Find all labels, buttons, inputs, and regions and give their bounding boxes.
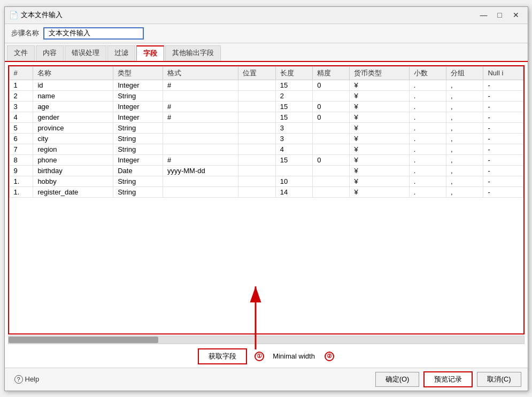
table-row[interactable]: 2nameString2¥.,- [9, 90, 523, 101]
table-row[interactable]: 3ageInteger#150¥.,- [9, 101, 523, 112]
table-cell: register_date [33, 186, 113, 197]
table-row[interactable]: 7regionString4¥.,- [9, 144, 523, 154]
table-cell: - [483, 154, 523, 165]
table-cell: gender [33, 112, 113, 122]
table-cell: , [446, 80, 483, 90]
minimal-width-link[interactable]: Minimal width [271, 351, 317, 361]
preview-button[interactable]: 预览记录 [423, 371, 473, 387]
table-row[interactable]: 4genderInteger#150¥.,- [9, 112, 523, 122]
table-cell: String [113, 186, 163, 197]
table-cell: . [409, 112, 446, 122]
table-cell [163, 144, 238, 154]
table-cell: city [33, 133, 113, 144]
action-row: 获取字段 ① Minimal width ② [5, 345, 528, 368]
table-cell: , [446, 112, 483, 122]
action-row-wrapper: 获取字段 ① Minimal width ② [5, 345, 528, 368]
table-cell: . [409, 133, 446, 144]
step-name-input[interactable] [43, 27, 144, 40]
table-cell [313, 122, 350, 133]
table-cell: . [409, 144, 446, 154]
tab-other[interactable]: 其他输出字段 [165, 45, 221, 61]
table-cell: 15 [275, 112, 312, 122]
table-cell: . [409, 186, 446, 197]
table-cell: 15 [275, 154, 312, 165]
table-cell: birthday [33, 165, 113, 176]
table-cell: 1. [9, 186, 33, 197]
tab-file[interactable]: 文件 [7, 45, 35, 61]
table-cell: String [113, 90, 163, 101]
table-row[interactable]: 6cityString3¥.,- [9, 133, 523, 144]
table-row[interactable]: 1.hobbyString10¥.,- [9, 176, 523, 186]
table-cell: , [446, 122, 483, 133]
table-cell: 0 [313, 154, 350, 165]
table-row[interactable]: 5provinceString3¥.,- [9, 122, 523, 133]
confirm-button[interactable]: 确定(O) [375, 372, 420, 387]
table-cell: String [113, 133, 163, 144]
table-cell: . [409, 90, 446, 101]
table-cell: String [113, 144, 163, 154]
table-cell: . [409, 122, 446, 133]
table-cell: , [446, 186, 483, 197]
table-cell: . [409, 80, 446, 90]
table-row[interactable]: 1idInteger#150¥.,- [9, 80, 523, 90]
table-cell: hobby [33, 176, 113, 186]
table-cell: - [483, 186, 523, 197]
maximize-button[interactable]: □ [492, 9, 507, 21]
cancel-button[interactable]: 取消(C) [477, 372, 521, 387]
table-cell: 0 [313, 80, 350, 90]
table-cell [163, 133, 238, 144]
tab-fields[interactable]: 字段 [136, 45, 164, 61]
table-cell: phone [33, 154, 113, 165]
table-cell: # [163, 101, 238, 112]
tab-filter[interactable]: 过滤 [107, 45, 135, 61]
table-cell: - [483, 165, 523, 176]
fields-table-container[interactable]: # 名称 类型 格式 位置 长度 精度 货币类型 小数 分组 Null i 1i… [8, 65, 525, 334]
table-cell: province [33, 122, 113, 133]
table-cell: , [446, 176, 483, 186]
tab-error[interactable]: 错误处理 [65, 45, 106, 61]
table-cell: ¥ [350, 122, 409, 133]
scrollbar-thumb[interactable] [9, 337, 158, 343]
tab-bar: 文件 内容 错误处理 过滤 字段 其他输出字段 [5, 43, 528, 62]
col-header-decimal: 小数 [409, 66, 446, 80]
table-cell: 2 [9, 90, 33, 101]
table-cell: 3 [275, 133, 312, 144]
col-header-name: 名称 [33, 66, 113, 80]
title-bar: 📄 文本文件输入 — □ ✕ [5, 7, 528, 24]
table-cell: ¥ [350, 101, 409, 112]
horizontal-scrollbar[interactable] [8, 336, 525, 344]
tab-content[interactable]: 内容 [36, 45, 64, 61]
table-row[interactable]: 8phoneInteger#150¥.,- [9, 154, 523, 165]
table-row[interactable]: 1.register_dateString14¥.,- [9, 186, 523, 197]
close-button[interactable]: ✕ [508, 9, 523, 21]
table-cell: 2 [275, 90, 312, 101]
col-header-type: 类型 [113, 66, 163, 80]
table-cell: , [446, 165, 483, 176]
table-cell [238, 122, 275, 133]
table-cell [313, 133, 350, 144]
table-cell [238, 154, 275, 165]
table-cell: , [446, 154, 483, 165]
minimize-button[interactable]: — [476, 9, 491, 21]
get-fields-button[interactable]: 获取字段 [198, 348, 247, 364]
window-title: 文本文件输入 [21, 10, 476, 20]
table-cell: 0 [313, 112, 350, 122]
table-cell: , [446, 144, 483, 154]
table-cell: 3 [9, 101, 33, 112]
col-header-len: 长度 [275, 66, 312, 80]
table-cell: , [446, 101, 483, 112]
table-cell [275, 165, 312, 176]
table-cell: . [409, 165, 446, 176]
table-header-row: # 名称 类型 格式 位置 长度 精度 货币类型 小数 分组 Null i [9, 66, 523, 80]
table-row[interactable]: 9birthdayDateyyyy-MM-dd¥.,- [9, 165, 523, 176]
fields-table: # 名称 类型 格式 位置 长度 精度 货币类型 小数 分组 Null i 1i… [9, 66, 523, 198]
table-cell: 8 [9, 154, 33, 165]
table-cell [238, 165, 275, 176]
table-cell [238, 80, 275, 90]
table-cell: ¥ [350, 165, 409, 176]
table-cell [238, 90, 275, 101]
help-button[interactable]: ? Help [11, 374, 43, 385]
table-cell [238, 144, 275, 154]
table-cell: String [113, 176, 163, 186]
table-cell: ¥ [350, 80, 409, 90]
